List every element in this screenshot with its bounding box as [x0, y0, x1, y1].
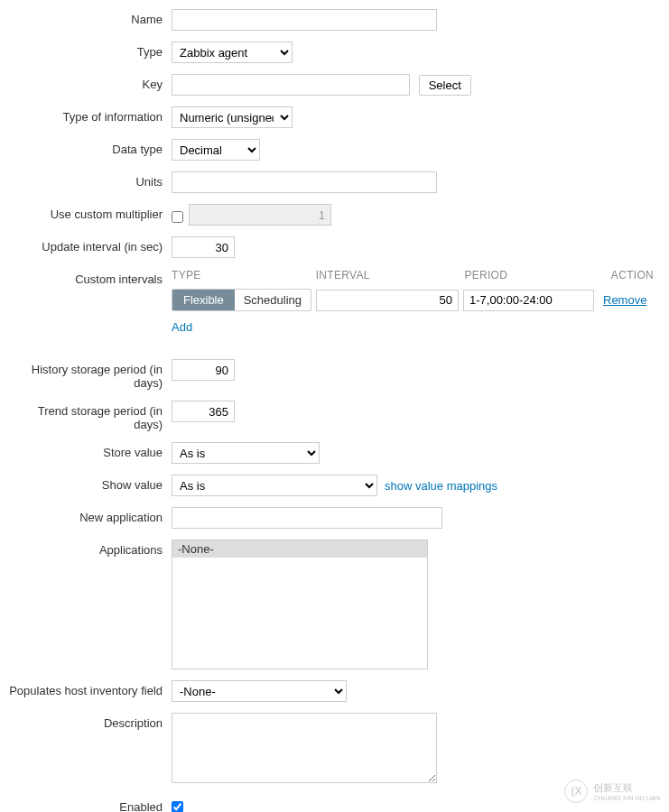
custom-intervals-table: TYPE INTERVAL PERIOD ACTION Flexible Sch…: [172, 269, 654, 334]
ci-interval-input[interactable]: [316, 290, 459, 311]
ci-remove-link[interactable]: Remove: [603, 293, 646, 307]
label-trend-storage: Trend storage period (in days): [9, 401, 172, 431]
update-interval-input[interactable]: [172, 236, 235, 258]
label-store-value: Store value: [9, 442, 172, 459]
key-input[interactable]: [172, 74, 410, 96]
label-show-value: Show value: [9, 475, 172, 492]
show-value-mappings-link[interactable]: show value mappings: [385, 479, 497, 493]
multiplier-input: [189, 204, 331, 226]
ci-row: Flexible Scheduling Remove: [172, 289, 654, 311]
ci-flexible-option[interactable]: Flexible: [172, 290, 235, 310]
show-value-select[interactable]: As is: [172, 475, 377, 496]
label-history-storage: History storage period (in days): [9, 359, 172, 390]
label-update-interval: Update interval (in sec): [9, 236, 172, 254]
type-info-select[interactable]: Numeric (unsigned): [172, 106, 293, 128]
description-textarea[interactable]: [172, 713, 437, 783]
label-multiplier: Use custom multiplier: [9, 204, 172, 221]
label-enabled: Enabled: [9, 797, 172, 812]
enabled-checkbox[interactable]: [172, 801, 183, 812]
ci-header-period: PERIOD: [464, 269, 599, 281]
watermark-logo: (X 创新互联 CHUANG XIN HU LIAN: [564, 780, 660, 803]
data-type-select[interactable]: Decimal: [172, 139, 260, 161]
label-type: Type: [9, 42, 172, 59]
store-value-select[interactable]: As is: [172, 442, 320, 464]
ci-scheduling-option[interactable]: Scheduling: [235, 290, 311, 310]
label-description: Description: [9, 713, 172, 730]
applications-listbox[interactable]: -None-: [172, 540, 428, 669]
label-name: Name: [9, 9, 172, 26]
ci-add-link[interactable]: Add: [172, 320, 192, 334]
label-applications: Applications: [9, 540, 172, 557]
label-type-info: Type of information: [9, 106, 172, 124]
label-key: Key: [9, 74, 172, 91]
label-units: Units: [9, 171, 172, 189]
name-input[interactable]: [172, 9, 437, 31]
ci-period-input[interactable]: [463, 290, 594, 311]
trend-storage-input[interactable]: [172, 401, 235, 422]
label-custom-intervals: Custom intervals: [9, 269, 172, 286]
watermark-text-cn: 创新互联: [593, 781, 660, 795]
watermark-text-en: CHUANG XIN HU LIAN: [593, 795, 660, 801]
applications-none-option[interactable]: -None-: [172, 540, 427, 558]
units-input[interactable]: [172, 171, 437, 193]
ci-header-type: TYPE: [172, 269, 316, 281]
multiplier-checkbox[interactable]: [172, 211, 183, 223]
label-data-type: Data type: [9, 139, 172, 156]
ci-header-interval: INTERVAL: [316, 269, 465, 281]
type-select[interactable]: Zabbix agent: [172, 42, 293, 63]
label-inventory: Populates host inventory field: [9, 680, 172, 697]
ci-type-toggle: Flexible Scheduling: [172, 289, 311, 311]
ci-header-action: ACTION: [599, 269, 654, 281]
history-storage-input[interactable]: [172, 359, 235, 381]
key-select-button[interactable]: Select: [419, 75, 471, 96]
label-new-application: New application: [9, 507, 172, 524]
watermark-logo-mark: (X: [564, 780, 588, 803]
new-application-input[interactable]: [172, 507, 442, 529]
inventory-select[interactable]: -None-: [172, 680, 347, 702]
